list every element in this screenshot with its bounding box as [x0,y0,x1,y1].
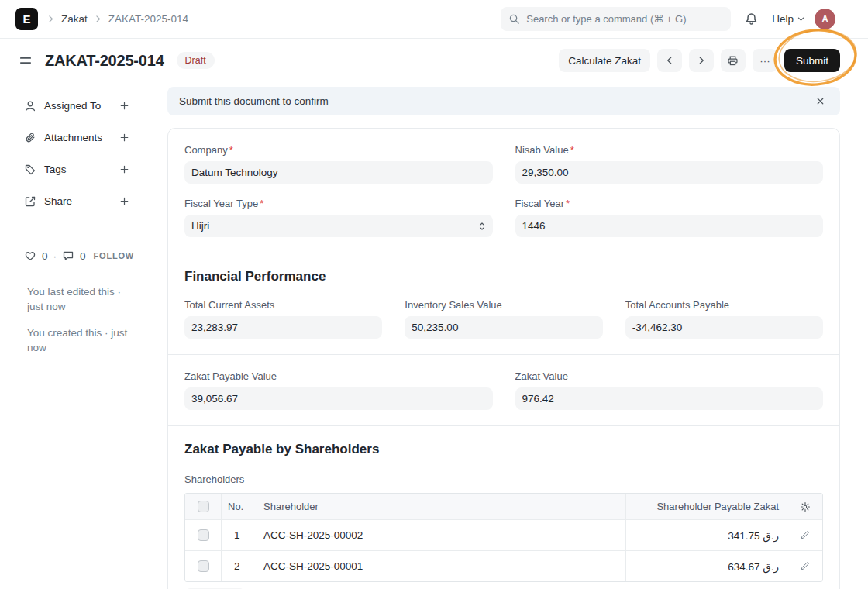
company-input[interactable] [184,161,493,184]
add-attachment-button[interactable] [116,129,133,146]
chevron-right-icon [93,14,103,24]
document-social-row: 0 · 0 FOLLOW [16,250,133,262]
edit-row-button[interactable] [800,530,810,540]
field-fiscal-year-type: Fiscal Year Type* Hijri [184,198,493,237]
row-number: 1 [221,520,257,550]
shareholder-cell[interactable]: ACC-SH-2025-00001 [257,551,625,581]
section-title: Financial Performance [184,269,823,284]
sidebar-item-attachments[interactable]: Attachments [16,122,133,153]
select-value: Hijri [191,220,209,232]
comment-icon [62,250,74,262]
section-shareholders: Zakat Payable by Shareholders Shareholde… [168,425,839,589]
next-document-button[interactable] [689,49,714,72]
page-title: ZAKAT-2025-014 [45,52,164,70]
field-fiscal-year: Fiscal Year* [515,198,824,237]
calculate-zakat-button[interactable]: Calculate Zakat [559,49,650,72]
field-inventory-sales-value: Inventory Sales Value [405,299,602,339]
sidebar-item-label: Tags [44,164,67,175]
page-header: ZAKAT-2025-014 Draft Calculate Zakat ···… [0,39,868,81]
previous-document-button[interactable] [657,49,682,72]
field-zakat-payable-value: Zakat Payable Value [184,370,493,410]
field-total-accounts-payable: Total Accounts Payable [625,299,823,339]
field-label: Company [184,144,228,156]
comment-button[interactable] [62,250,74,262]
section-zakat-values: Zakat Payable Value Zakat Value [168,354,839,425]
select-all-checkbox[interactable] [198,501,209,512]
add-share-button[interactable] [116,193,133,209]
menu-icon [19,53,33,67]
field-nisab-value: Nisab Value* [515,144,824,184]
notifications-button[interactable] [742,9,761,29]
sidebar-item-label: Assigned To [44,100,101,112]
breadcrumb: Zakat ZAKAT-2025-014 [46,13,188,25]
column-header-payable: Shareholder Payable Zakat [625,494,787,519]
add-tag-button[interactable] [116,161,133,177]
app-logo[interactable]: E [16,8,38,30]
row-number: 2 [221,551,257,581]
field-label: Fiscal Year Type [184,198,258,209]
activity-created-text: You created this · just now [16,326,136,355]
total-current-assets-input[interactable] [184,316,382,339]
activity-edited-text: You last edited this · just now [16,284,136,314]
form-main: Submit this document to confirm Company*… [167,87,840,589]
table-row: 1 ACC-SH-2025-00002 341.75 ر.ق [185,519,822,550]
field-label: Zakat Payable Value [184,370,493,382]
field-company: Company* [184,144,493,184]
field-label: Nisab Value [515,144,569,156]
help-menu[interactable]: Help [772,13,805,25]
menu-ellipsis-button[interactable]: ··· [753,49,777,72]
required-marker: * [260,198,264,209]
dot-separator: · [53,250,57,262]
follow-button[interactable]: FOLLOW [94,251,134,260]
field-label: Total Accounts Payable [625,299,823,311]
zakat-payable-value-input[interactable] [184,388,493,410]
help-label: Help [772,13,794,25]
fiscal-year-type-select[interactable]: Hijri [184,215,493,237]
banner-message: Submit this document to confirm [179,95,329,107]
row-checkbox[interactable] [198,529,209,541]
sidebar-item-share[interactable]: Share [16,185,133,217]
status-badge: Draft [177,52,215,69]
grid-settings-button[interactable] [800,501,811,512]
document-sidebar: Assigned To Attachments Tags Share 0 [16,87,133,367]
sidebar-toggle-button[interactable] [16,50,36,71]
share-icon [24,195,36,208]
total-accounts-payable-input[interactable] [625,316,823,339]
sidebar-divider [24,274,133,274]
search-input[interactable] [526,13,723,25]
edit-row-button[interactable] [800,561,810,571]
user-icon [24,100,36,112]
field-total-current-assets: Total Current Assets [184,299,382,339]
row-checkbox[interactable] [198,560,209,572]
chevron-right-icon [46,14,56,24]
submit-button[interactable]: Submit [784,49,840,72]
payable-cell: 341.75 ر.ق [625,520,787,550]
field-label: Zakat Value [515,370,824,382]
banner-close-button[interactable] [812,93,828,109]
content-layout: Assigned To Attachments Tags Share 0 [0,81,868,589]
global-search[interactable] [501,7,731,31]
chevron-down-icon [797,15,805,23]
close-icon [815,96,825,106]
nisab-value-input[interactable] [515,161,824,184]
sidebar-item-assigned-to[interactable]: Assigned To [16,90,133,122]
fiscal-year-input[interactable] [515,215,824,237]
section-financial-performance: Financial Performance Total Current Asse… [168,253,839,354]
inventory-sales-value-input[interactable] [405,316,602,339]
required-marker: * [566,198,570,209]
shareholder-cell[interactable]: ACC-SH-2025-00002 [257,520,625,550]
grid-label: Shareholders [184,474,823,485]
field-label: Total Current Assets [184,299,382,311]
breadcrumb-parent[interactable]: Zakat [61,13,88,25]
zakat-value-input[interactable] [515,388,824,410]
sidebar-item-label: Share [44,195,72,207]
user-avatar[interactable]: A [815,9,835,29]
required-marker: * [570,144,574,156]
add-assignment-button[interactable] [116,98,133,114]
heart-icon [24,250,36,262]
search-icon [508,13,520,25]
bell-icon [745,12,758,26]
like-button[interactable] [24,250,36,262]
sidebar-item-tags[interactable]: Tags [16,153,133,185]
print-button[interactable] [721,49,746,72]
